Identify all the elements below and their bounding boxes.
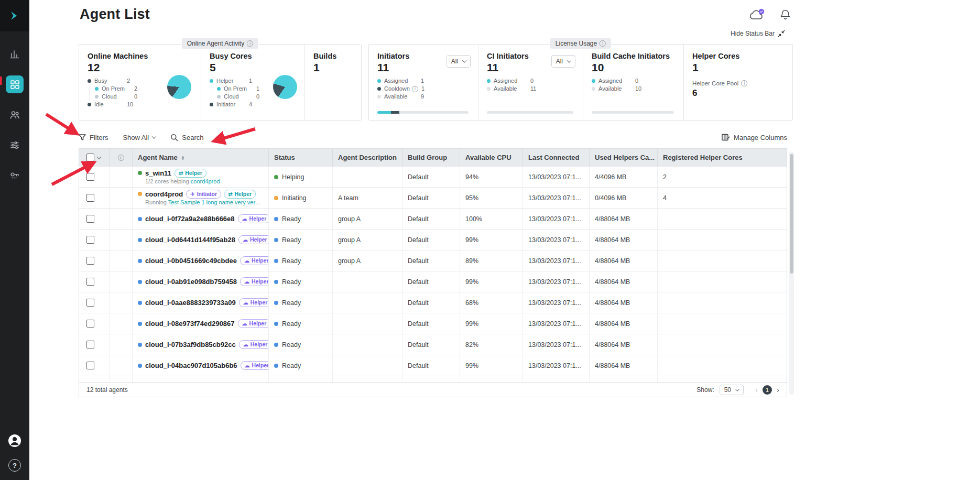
builds-stat: Builds 1 [304, 45, 362, 120]
table-row[interactable]: cloud_i-0ab91e098db759458 ☁Helper Ready … [79, 271, 787, 292]
previous-page-button[interactable]: ‹ [755, 385, 758, 394]
row-checkbox[interactable] [86, 173, 94, 181]
manage-columns-button[interactable]: Manage Columns [722, 134, 787, 141]
legend-dot [487, 87, 491, 91]
used-helpers-cell: 4/4096 MB [590, 167, 658, 187]
info-icon[interactable]: i [741, 80, 747, 86]
row-info-cell [110, 250, 133, 271]
table-row[interactable]: s_win11 ⇄Helper 1/2 cores helping coord4… [79, 166, 787, 187]
next-page-button[interactable]: › [777, 385, 779, 394]
sidebar-item-settings[interactable] [6, 136, 24, 154]
sidebar-item-agents[interactable] [6, 75, 24, 93]
status-label: Ready [282, 215, 301, 223]
table-row[interactable]: cloud_i-08e973f74ed290867 ☁Helper Ready … [79, 313, 787, 334]
status-dot [274, 343, 278, 347]
status-dot [274, 301, 278, 305]
show-all-dropdown[interactable]: Show All [123, 134, 156, 141]
notifications-button[interactable] [780, 9, 791, 24]
filters-button[interactable]: Filters [79, 134, 108, 141]
row-checkbox[interactable] [86, 278, 94, 286]
table-scrollbar[interactable] [789, 151, 794, 395]
table-row[interactable]: cloud_i-04bac907d105ab6b6 ☁Helper Ready … [79, 355, 787, 376]
select-all-checkbox[interactable] [86, 154, 94, 161]
agent-subtitle[interactable]: 1/2 cores helping coord4prod [145, 178, 220, 186]
row-checkbox[interactable] [86, 194, 94, 202]
row-checkbox[interactable] [86, 257, 94, 265]
user-avatar[interactable] [8, 434, 21, 450]
sidebar-bottom: ? [8, 434, 21, 472]
available-cpu-cell: 99% [460, 271, 523, 292]
table-row[interactable]: coord4prod ✈Initiator⇄Helper Running Tes… [79, 187, 787, 208]
used-helpers-cell: 0/4096 MB [590, 188, 658, 208]
agent-name-cell: cloud_i-08e973f74ed290867 ☁Helper [133, 313, 269, 334]
badge-list: ☁Helper [239, 340, 269, 349]
row-checkbox[interactable] [86, 320, 94, 328]
sidebar-item-users[interactable] [6, 106, 24, 124]
column-header-used-helpers[interactable]: Used Helpers Ca... [590, 149, 658, 166]
stat-value: 5 [210, 61, 297, 74]
status-info-header[interactable]: i [110, 149, 133, 166]
legend-dot [217, 87, 221, 91]
column-header-last-connected[interactable]: Last Connected [523, 149, 590, 166]
column-header-available-cpu[interactable]: Available CPU [460, 149, 523, 166]
column-header-registered-cores[interactable]: Registered Helper Cores [658, 149, 787, 166]
table-row[interactable]: cloud_i-0b0451669c49cbdee ☁Helper Ready … [79, 250, 787, 271]
column-header-build-group[interactable]: Build Group [402, 149, 460, 166]
agent-description-cell [333, 167, 402, 187]
agent-name: cloud_i-0b0451669c49cbdee [145, 257, 237, 265]
row-checkbox[interactable] [86, 236, 94, 244]
legend-dot [210, 103, 213, 106]
page-size-select[interactable]: 50 [720, 385, 744, 395]
cloud-status-button[interactable] [749, 8, 765, 24]
agent-name-cell: coord4prod ✈Initiator⇄Helper Running Tes… [133, 188, 269, 208]
initiators-filter-select[interactable]: All [447, 55, 471, 68]
search-button[interactable]: Search [170, 134, 203, 141]
table-row[interactable]: cloud_i-0d6441d144f95ab28 ☁Helper Ready … [79, 229, 787, 250]
badge-list: ☁Helper [238, 319, 269, 328]
scrollbar-thumb[interactable] [790, 154, 793, 274]
column-header-agent-name[interactable]: Agent Name ▲▼ [133, 149, 269, 166]
agent-status-dot [138, 238, 142, 242]
helper-core-pool-label: Helper Core Pool i [692, 80, 786, 86]
row-checkbox[interactable] [86, 215, 94, 223]
agents-table: i Agent Name ▲▼ Status Agent Description… [79, 148, 787, 397]
available-cpu-cell: 95% [460, 188, 523, 208]
info-icon[interactable]: i [247, 40, 253, 47]
info-icon[interactable]: i [600, 40, 606, 47]
column-header-description[interactable]: Agent Description [333, 149, 402, 166]
hide-status-bar-button[interactable]: Hide Status Bar [731, 30, 785, 37]
initiators-usage-bar [377, 111, 469, 114]
agent-name-cell: s_win11 ⇄Helper 1/2 cores helping coord4… [133, 167, 269, 187]
machines-pie-chart [167, 75, 191, 99]
app-logo[interactable] [0, 0, 29, 31]
badge-icon: ☁ [242, 215, 247, 222]
chevron-down-icon [152, 134, 156, 138]
row-checkbox[interactable] [86, 362, 94, 369]
current-page-badge[interactable]: 1 [763, 385, 772, 395]
registered-cores-cell [658, 355, 787, 376]
help-button[interactable]: ? [8, 459, 21, 472]
status-label: Ready [282, 236, 301, 244]
sidebar-item-license[interactable] [6, 167, 24, 184]
table-row[interactable]: cloud_i-07b3af9db85cb92cc ☁Helper Ready … [79, 334, 787, 355]
registered-cores-cell [658, 292, 787, 313]
sort-icon[interactable]: ▲▼ [181, 155, 184, 160]
ci-initiators-filter-select[interactable]: All [551, 55, 575, 68]
info-icon[interactable]: i [412, 86, 418, 92]
cloud-badge: ☁Helper [240, 256, 269, 265]
agent-name: cloud_i-07b3af9db85cb92cc [145, 341, 236, 348]
legend-dot [95, 87, 99, 91]
status-cell: Helping [269, 167, 333, 187]
row-checkbox[interactable] [86, 299, 94, 307]
stat-value: 1 [313, 61, 355, 74]
stat-title: Build Cache Initiators [592, 52, 676, 60]
row-checkbox[interactable] [86, 341, 94, 348]
agent-subtitle[interactable]: Running Test Sample 1 long name very ver… [145, 199, 263, 206]
table-row[interactable]: cloud_i-0aae8883239733a09 ☁Helper Ready … [79, 292, 787, 313]
table-row[interactable]: cloud_i-0f72a9a2e88b666e8 ☁Helper Ready … [79, 208, 787, 229]
column-header-status[interactable]: Status [269, 149, 333, 166]
used-helpers-cell: 4/88064 MB [590, 334, 658, 355]
select-menu-chevron-icon[interactable] [97, 155, 101, 159]
sidebar-item-dashboard[interactable] [6, 45, 24, 63]
used-helpers-cell: 4/88064 MB [590, 292, 658, 313]
